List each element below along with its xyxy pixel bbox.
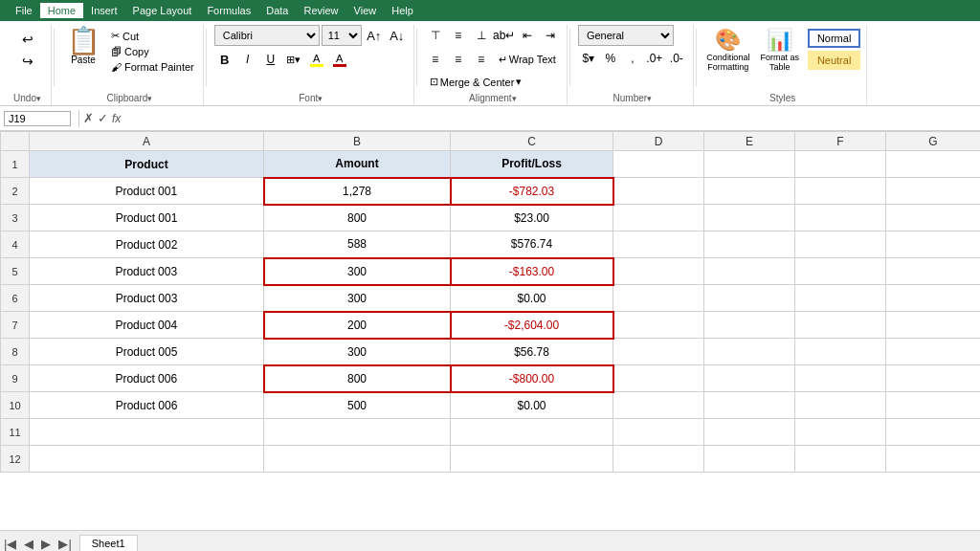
cell-extra-9-2[interactable] (795, 365, 886, 392)
indent-decrease-button[interactable]: ⇤ (517, 25, 538, 46)
cell-empty-11-0[interactable] (30, 419, 264, 446)
cell-c7[interactable]: -$2,604.00 (451, 312, 613, 339)
cell-extra-10-2[interactable] (795, 392, 886, 419)
row-header-10[interactable]: 10 (1, 392, 30, 419)
cell-extra-9-1[interactable] (704, 365, 795, 392)
row-header-7[interactable]: 7 (1, 312, 30, 339)
increase-font-button[interactable]: A↑ (364, 25, 385, 46)
cell-empty-11-4[interactable] (704, 419, 795, 446)
cell-b9[interactable]: 800 (264, 365, 451, 392)
indent-increase-button[interactable]: ⇥ (540, 25, 561, 46)
cell-c3[interactable]: $23.00 (451, 205, 613, 231)
cell-extra-10-0[interactable] (613, 392, 704, 419)
font-size-select[interactable]: 11 (322, 25, 362, 46)
cell-extra-2-0[interactable] (613, 178, 704, 205)
cell-extra-3-1[interactable] (704, 205, 795, 231)
cell-empty-11-2[interactable] (451, 419, 613, 446)
format-as-table-button[interactable]: 📊 Format as Table (756, 25, 804, 75)
currency-button[interactable]: $▾ (578, 48, 599, 69)
cell-empty-12-1[interactable] (264, 446, 451, 473)
row-header-2[interactable]: 2 (1, 178, 30, 205)
italic-button[interactable]: I (237, 49, 258, 70)
neutral-style-box[interactable]: Neutral (808, 51, 860, 70)
cell-extra-6-3[interactable] (886, 285, 981, 312)
cell-e1[interactable] (704, 151, 795, 178)
format-painter-button[interactable]: 🖌 Format Painter (108, 60, 197, 74)
cell-a10[interactable]: Product 006 (30, 392, 264, 419)
cell-c10[interactable]: $0.00 (451, 392, 613, 419)
menu-file[interactable]: File (8, 3, 40, 18)
cell-b4[interactable]: 588 (264, 231, 451, 258)
cell-extra-8-1[interactable] (704, 339, 795, 365)
cell-extra-8-0[interactable] (613, 339, 704, 365)
cell-b5[interactable]: 300 (264, 258, 451, 285)
cell-empty-12-0[interactable] (30, 446, 264, 473)
align-bottom-button[interactable]: ⊥ (471, 25, 492, 46)
col-header-e[interactable]: E (704, 132, 795, 151)
row-header-12[interactable]: 12 (1, 446, 30, 473)
cell-a5[interactable]: Product 003 (30, 258, 264, 285)
cell-c5[interactable]: -$163.00 (451, 258, 613, 285)
sheet-nav-next[interactable]: ▶ (41, 537, 51, 551)
cell-extra-3-2[interactable] (795, 205, 886, 231)
cell-extra-2-2[interactable] (795, 178, 886, 205)
align-top-button[interactable]: ⊤ (425, 25, 446, 46)
formula-input[interactable] (124, 112, 976, 125)
cell-extra-4-0[interactable] (613, 231, 704, 258)
cell-extra-8-2[interactable] (795, 339, 886, 365)
sheet-nav-first[interactable]: |◀ (4, 537, 16, 551)
row-header-6[interactable]: 6 (1, 285, 30, 312)
percent-button[interactable]: % (600, 48, 621, 69)
align-middle-button[interactable]: ≡ (448, 25, 469, 46)
menu-insert[interactable]: Insert (83, 3, 125, 18)
align-center-button[interactable]: ≡ (448, 49, 469, 70)
underline-button[interactable]: U (260, 49, 281, 70)
cell-empty-12-3[interactable] (613, 446, 704, 473)
bold-button[interactable]: B (214, 49, 235, 70)
alignment-expand[interactable]: ▾ (512, 94, 517, 103)
cell-empty-12-6[interactable] (886, 446, 981, 473)
cell-b1[interactable]: Amount (264, 151, 451, 178)
cell-c1[interactable]: Profit/Loss (451, 151, 613, 178)
cell-empty-11-6[interactable] (886, 419, 981, 446)
col-header-d[interactable]: D (613, 132, 704, 151)
cell-b6[interactable]: 300 (264, 285, 451, 312)
cell-extra-3-0[interactable] (613, 205, 704, 231)
cell-a3[interactable]: Product 001 (30, 205, 264, 231)
row-header-3[interactable]: 3 (1, 205, 30, 231)
undo-group-expand[interactable]: ▾ (36, 94, 41, 103)
cell-reference-input[interactable]: J19 (4, 111, 71, 126)
comma-button[interactable]: , (622, 48, 643, 69)
sheet-nav-prev[interactable]: ◀ (24, 537, 33, 551)
cell-empty-12-5[interactable] (795, 446, 886, 473)
col-header-a[interactable]: A (30, 132, 264, 151)
row-header-11[interactable]: 11 (1, 419, 30, 446)
align-right-button[interactable]: ≡ (471, 49, 492, 70)
cell-extra-7-0[interactable] (613, 312, 704, 339)
cell-b3[interactable]: 800 (264, 205, 451, 231)
text-direction-button[interactable]: ab↵ (494, 25, 515, 46)
normal-style-box[interactable]: Normal (808, 29, 860, 48)
cell-extra-10-3[interactable] (886, 392, 981, 419)
align-left-button[interactable]: ≡ (425, 49, 446, 70)
menu-home[interactable]: Home (40, 3, 83, 18)
cell-extra-5-2[interactable] (795, 258, 886, 285)
redo-button[interactable]: ↪ (14, 51, 41, 72)
cell-extra-7-3[interactable] (886, 312, 981, 339)
cell-a4[interactable]: Product 002 (30, 231, 264, 258)
cell-c9[interactable]: -$800.00 (451, 365, 613, 392)
cell-extra-2-1[interactable] (704, 178, 795, 205)
font-color-button[interactable]: A (329, 49, 350, 70)
wrap-text-button[interactable]: ↵ Wrap Text (494, 51, 561, 69)
font-expand[interactable]: ▾ (318, 94, 323, 103)
menu-page-layout[interactable]: Page Layout (125, 3, 200, 18)
sheet-nav-last[interactable]: ▶| (58, 537, 71, 551)
cell-c6[interactable]: $0.00 (451, 285, 613, 312)
number-expand[interactable]: ▾ (647, 94, 652, 103)
cell-b2[interactable]: 1,278 (264, 178, 451, 205)
cell-c8[interactable]: $56.78 (451, 339, 613, 365)
cut-button[interactable]: ✂ Cut (108, 29, 197, 43)
cell-empty-12-4[interactable] (704, 446, 795, 473)
row-header-5[interactable]: 5 (1, 258, 30, 285)
cell-extra-8-3[interactable] (886, 339, 981, 365)
